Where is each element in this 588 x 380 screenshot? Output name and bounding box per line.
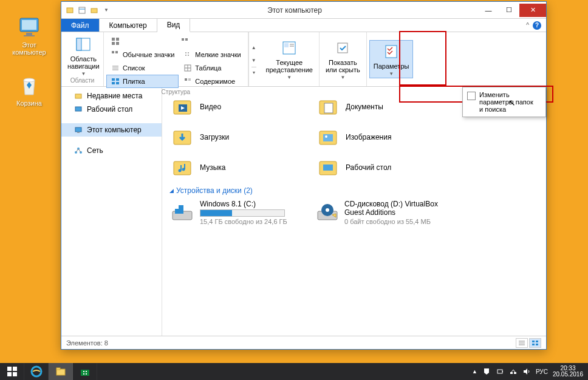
nav-this-pc[interactable]: Этот компьютер [61,123,162,137]
taskbar: ▲ РУС 20:33 20.05.2016 [0,363,588,380]
folder-icon [315,94,341,120]
svg-marker-97 [524,368,527,375]
svg-rect-13 [112,42,115,45]
qat-dropdown-icon[interactable]: ▼ [101,5,111,15]
svg-point-20 [188,52,189,53]
content-pane: Видео Документы Загрузки Изображения Муз… [162,87,546,336]
layout-expand-icon[interactable]: ▾ [251,67,256,78]
svg-rect-75 [532,341,535,342]
taskbar-ie[interactable] [24,363,49,380]
nav-pane-button[interactable]: Область навигации ▼ [64,35,103,76]
popup-change-folder-options[interactable]: Изменить параметры папок и поиска [465,89,544,115]
svg-rect-76 [536,341,538,342]
show-hide-button[interactable]: Показать или скрыть ▼ [322,38,364,80]
recent-icon [74,91,83,101]
titlebar[interactable]: ▼ Этот компьютер — ☐ ✕ [61,2,546,19]
svg-line-96 [513,370,515,372]
svg-rect-87 [83,371,84,372]
layout-small-icons[interactable]: Мелкие значки [179,48,245,61]
computer-icon [74,125,83,135]
taskbar-store[interactable] [73,363,97,380]
svg-rect-45 [77,132,80,133]
folder-music[interactable]: Музыка [167,152,313,183]
svg-rect-6 [79,7,85,13]
svg-rect-85 [56,368,60,370]
content-icon [183,76,193,86]
folder-pictures[interactable]: Изображения [313,122,459,152]
folder-desktop[interactable]: Рабочий стол [313,152,459,183]
svg-rect-91 [497,370,502,373]
tray-network-icon[interactable] [509,367,518,376]
svg-rect-92 [502,371,503,372]
svg-rect-43 [75,107,81,111]
highlight-options [399,31,446,86]
qat-new-folder-icon[interactable] [89,5,99,15]
svg-rect-86 [81,370,89,376]
start-button[interactable] [0,363,24,380]
tiles-icon [111,76,120,86]
svg-point-21 [185,55,186,56]
nav-pane-icon [74,35,93,54]
close-button[interactable]: ✕ [519,4,546,17]
drive-c[interactable]: Windows 8.1 (C:) 15,4 ГБ свободно из 24,… [167,197,313,228]
svg-rect-80 [13,367,17,371]
layout-scroll-up-icon[interactable]: ▲ [250,41,258,54]
desktop-icon [74,104,83,114]
layout-scroll-down-icon[interactable]: ▼ [250,54,258,67]
svg-rect-67 [175,205,179,209]
network-icon [74,146,83,155]
qat-properties-icon[interactable] [77,5,87,15]
svg-point-22 [188,55,189,56]
maximize-button[interactable]: ☐ [499,4,519,17]
nav-network[interactable]: Сеть [61,144,162,157]
tray-power-icon[interactable] [496,367,504,376]
svg-rect-37 [284,43,289,47]
drive-d[interactable]: CD-дисковод (D:) VirtualBox Guest Additi… [313,197,459,228]
ribbon-toggle-icon[interactable]: ^ [526,22,529,29]
layout-ex-large-icons[interactable] [106,35,176,48]
desktop-icon-this-pc[interactable]: Этот компьютер [9,15,50,56]
status-details-view[interactable] [516,338,528,348]
drives-section-header[interactable]: ◢ Устройства и диски (2) [167,183,541,197]
svg-rect-30 [116,78,119,81]
layout-content[interactable]: Содержимое [179,75,245,88]
svg-rect-44 [75,127,81,132]
svg-rect-8 [91,8,97,13]
tab-file[interactable]: Файл [61,19,100,32]
tab-computer[interactable]: Компьютер [100,19,157,32]
status-tiles-view[interactable] [529,338,541,348]
layout-tiles[interactable]: Плитка [106,75,179,88]
folder-icon [169,124,195,150]
minimize-button[interactable]: — [478,4,499,17]
svg-rect-15 [182,38,184,41]
tray-expand-icon[interactable]: ▲ [472,368,477,375]
svg-rect-77 [532,344,535,345]
folder-icon [169,155,195,180]
svg-rect-64 [323,165,333,171]
drive-icon [169,200,195,225]
nav-desktop[interactable]: Рабочий стол [61,103,162,116]
layout-normal-icons[interactable]: Обычные значки [106,48,179,61]
svg-rect-90 [86,373,87,375]
tab-view[interactable]: Вид [157,19,191,32]
svg-point-61 [179,169,182,172]
help-icon[interactable]: ? [533,21,541,30]
svg-rect-79 [7,367,12,371]
show-hide-icon [333,38,352,58]
current-view-button[interactable]: Текущее представление ▼ [262,38,316,80]
tray-clock[interactable]: 20:33 20.05.2016 [553,365,583,378]
layout-table[interactable]: Таблица [179,61,245,75]
tray-action-center-icon[interactable] [482,367,491,376]
tray-volume-icon[interactable] [522,367,531,376]
layout-large-icons[interactable] [176,35,245,48]
layout-list[interactable]: Список [106,61,179,75]
desktop-icon-recycle-bin[interactable]: Корзина [9,73,50,107]
folder-videos[interactable]: Видео [167,92,313,122]
tray-language[interactable]: РУС [536,368,548,375]
svg-rect-40 [338,43,347,53]
ribbon: Область навигации ▼ Области Обычные знач… [61,32,546,87]
svg-rect-33 [185,78,187,81]
folder-downloads[interactable]: Загрузки [167,122,313,152]
taskbar-explorer[interactable] [49,363,73,380]
svg-rect-31 [112,82,115,84]
